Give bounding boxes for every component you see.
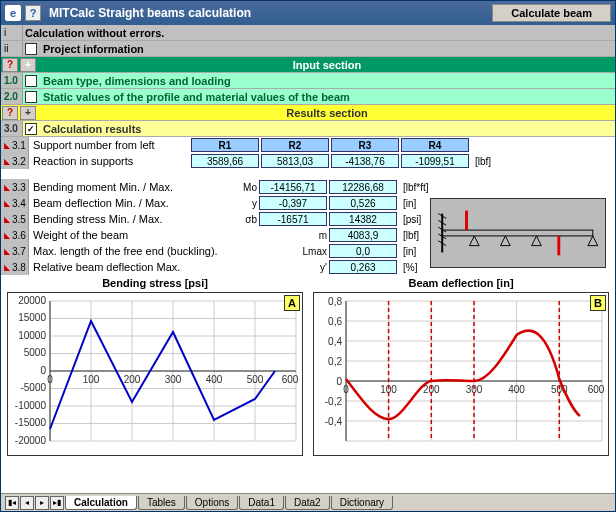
section-1-checkbox[interactable] (25, 75, 37, 87)
plot-b-title: Beam deflection [in] (313, 277, 609, 292)
svg-marker-9 (532, 236, 542, 246)
svg-text:600: 600 (588, 384, 605, 395)
row-3.1-number: 3.1 (12, 140, 26, 151)
section-2-checkbox[interactable] (25, 91, 37, 103)
svg-text:0,4: 0,4 (328, 336, 342, 347)
reldef-value: 0,263 (329, 260, 397, 274)
svg-text:300: 300 (165, 374, 182, 385)
row-3.6-label: Weight of the beam (29, 229, 225, 241)
tab-nav-last-icon[interactable]: ▸▮ (50, 496, 64, 510)
row-3.4-symbol: y (225, 198, 257, 209)
svg-text:0,6: 0,6 (328, 316, 342, 327)
row-3.8-symbol: y' (225, 262, 327, 273)
results-expand-button[interactable]: + (20, 106, 36, 120)
window-title: MITCalc Straight beams calculation (45, 6, 488, 20)
red-triangle-icon: ◣ (4, 199, 10, 208)
tab-data2[interactable]: Data2 (285, 496, 330, 510)
beam-deflection-chart: 0,80,60,40,20-0,2-0,4 010020030040050060… (314, 293, 610, 457)
moment-max: 12286,68 (329, 180, 397, 194)
red-triangle-icon: ◣ (4, 247, 10, 256)
tab-dictionary[interactable]: Dictionary (331, 496, 393, 510)
section-3-checkbox[interactable]: ✓ (25, 123, 37, 135)
svg-text:0: 0 (47, 374, 53, 385)
svg-text:-0,2: -0,2 (325, 396, 343, 407)
reaction-r1: 3589,66 (191, 154, 259, 168)
row-3.7-label: Max. length of the free end (buckling). (29, 245, 225, 257)
deflection-min: -0,397 (259, 196, 327, 210)
section-2-label: Static values of the profile and materia… (41, 91, 615, 103)
red-triangle-icon: ◣ (4, 157, 10, 166)
results-section-title: Results section (37, 107, 615, 119)
help-icon[interactable]: ? (25, 5, 41, 21)
app-icon: e (5, 5, 21, 21)
svg-text:400: 400 (508, 384, 525, 395)
stress-max: 14382 (329, 212, 397, 226)
project-info-label: Project information (41, 43, 615, 55)
input-help-button[interactable]: ? (2, 58, 18, 72)
tab-nav-first-icon[interactable]: ▮◂ (5, 496, 19, 510)
row-3.2-label: Reaction in supports (29, 155, 189, 167)
svg-text:10000: 10000 (18, 330, 46, 341)
row-ii-number: ii (1, 41, 23, 56)
row-3.8-label: Relative beam deflection Max. (29, 261, 225, 273)
tab-nav-prev-icon[interactable]: ◂ (20, 496, 34, 510)
tab-nav-next-icon[interactable]: ▸ (35, 496, 49, 510)
svg-text:20000: 20000 (18, 295, 46, 306)
section-1-number: 1.0 (1, 73, 23, 88)
svg-text:0: 0 (343, 384, 349, 395)
row-3.6-symbol: m (225, 230, 327, 241)
status-text: Calculation without errors. (23, 27, 615, 39)
row-3.4-label: Beam deflection Min. / Max. (29, 197, 225, 209)
results-help-button[interactable]: ? (2, 106, 18, 120)
col-r3-header: R3 (331, 138, 399, 152)
svg-text:-10000: -10000 (15, 400, 47, 411)
svg-text:200: 200 (124, 374, 141, 385)
section-3-number: 3.0 (1, 121, 23, 136)
stress-min: -16571 (259, 212, 327, 226)
moment-min: -14156,71 (259, 180, 327, 194)
red-triangle-icon: ◣ (4, 183, 10, 192)
red-triangle-icon: ◣ (4, 263, 10, 272)
project-info-checkbox[interactable] (25, 43, 37, 55)
svg-text:-0,4: -0,4 (325, 416, 343, 427)
row-3.5-label: Bending stress Min. / Max. (29, 213, 225, 225)
tab-data1[interactable]: Data1 (239, 496, 284, 510)
row-3.3-symbol: Mo (225, 182, 257, 193)
plot-a-badge[interactable]: A (284, 295, 300, 311)
plot-a-title: Bending stress [psi] (7, 277, 303, 292)
svg-text:0,8: 0,8 (328, 296, 342, 307)
row-3.3-label: Bending moment Min. / Max. (29, 181, 225, 193)
col-r1-header: R1 (191, 138, 259, 152)
beam-schematic (430, 198, 606, 268)
svg-rect-6 (442, 230, 593, 236)
deflection-max: 0,526 (329, 196, 397, 210)
tab-tables[interactable]: Tables (138, 496, 185, 510)
svg-text:0: 0 (40, 365, 46, 376)
row-3.8-number: 3.8 (12, 262, 26, 273)
input-section-title: Input section (37, 59, 615, 71)
tab-calculation[interactable]: Calculation (65, 496, 137, 510)
calculate-beam-button[interactable]: Calculate beam (492, 4, 611, 22)
svg-marker-7 (469, 236, 479, 246)
row-3.4-number: 3.4 (12, 198, 26, 209)
tab-options[interactable]: Options (186, 496, 238, 510)
svg-text:15000: 15000 (18, 312, 46, 323)
reaction-unit: [lbf] (469, 156, 509, 167)
section-2-number: 2.0 (1, 89, 23, 104)
plot-b: B 0,80,60,40,20-0,2-0,4 010020030040050 (313, 292, 609, 456)
weight-value: 4083,9 (329, 228, 397, 242)
svg-text:100: 100 (83, 374, 100, 385)
svg-text:5000: 5000 (24, 347, 47, 358)
row-3.3-number: 3.3 (12, 182, 26, 193)
red-triangle-icon: ◣ (4, 141, 10, 150)
svg-text:600: 600 (282, 374, 299, 385)
red-triangle-icon: ◣ (4, 231, 10, 240)
svg-text:0,2: 0,2 (328, 356, 342, 367)
svg-text:0: 0 (336, 376, 342, 387)
plot-b-badge[interactable]: B (590, 295, 606, 311)
title-bar: e ? MITCalc Straight beams calculation C… (1, 1, 615, 25)
svg-text:-15000: -15000 (15, 417, 47, 428)
reaction-r3: -4138,76 (331, 154, 399, 168)
input-expand-button[interactable]: + (20, 58, 36, 72)
row-3.7-number: 3.7 (12, 246, 26, 257)
